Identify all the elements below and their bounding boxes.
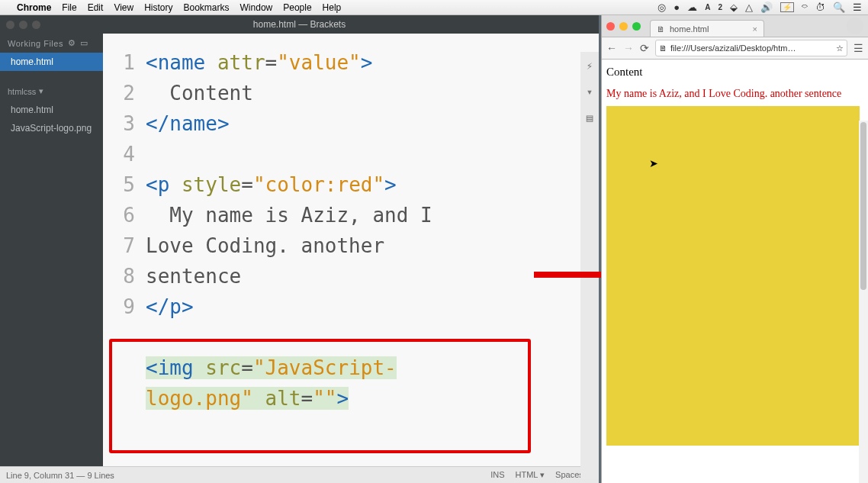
window-close-icon[interactable] bbox=[6, 21, 14, 29]
page-paragraph: My name is Aziz, and I Love Coding. anot… bbox=[606, 88, 863, 100]
dropbox-icon[interactable]: ⬙ bbox=[730, 2, 738, 13]
window-min-icon[interactable] bbox=[19, 21, 27, 29]
volume-icon[interactable]: 🔊 bbox=[760, 2, 773, 13]
url-text: file:///Users/azizali/Desktop/htm… bbox=[670, 43, 833, 53]
brackets-titlebar: home.html — Brackets bbox=[0, 15, 599, 34]
chrome-window: 🗎 home.html × ← → ⟳ 🗎 file:///Users/aziz… bbox=[601, 15, 868, 483]
drive-icon[interactable]: △ bbox=[745, 2, 753, 13]
status-bar: Line 9, Column 31 — 9 Lines INS HTML ▾ S… bbox=[0, 466, 599, 483]
dropdown-icon[interactable]: ▾ bbox=[587, 85, 593, 98]
code-editor[interactable]: 123456789 <name attr="value"> Content </… bbox=[103, 34, 599, 466]
list-icon[interactable]: ☰ bbox=[853, 2, 862, 13]
chrome-menu-icon[interactable]: ☰ bbox=[854, 42, 863, 54]
battery-icon[interactable]: ⚡ bbox=[780, 2, 794, 12]
line-gutter: 123456789 bbox=[103, 34, 141, 466]
browser-tab[interactable]: 🗎 home.html × bbox=[650, 20, 764, 37]
brackets-window: home.html — Brackets Working Files ⚙ ▭ h… bbox=[0, 15, 599, 483]
status-position: Line 9, Column 31 — 9 Lines bbox=[6, 471, 114, 480]
chevron-down-icon: ▾ bbox=[39, 86, 43, 96]
solid-circle-icon[interactable]: ● bbox=[674, 2, 680, 13]
cloud-icon[interactable]: ☁ bbox=[687, 2, 697, 13]
chrome-tabstrip: 🗎 home.html × bbox=[602, 15, 868, 37]
mac-menubar: Chrome File Edit View History Bookmarks … bbox=[0, 0, 868, 15]
bolt-icon[interactable]: ⚡ bbox=[587, 60, 593, 72]
clock-icon[interactable]: ⏱ bbox=[815, 2, 825, 13]
split-icon[interactable]: ▭ bbox=[80, 38, 88, 48]
window-min-icon[interactable] bbox=[619, 22, 628, 31]
page-content-text: Content bbox=[606, 66, 863, 79]
code-area[interactable]: <name attr="value"> Content </name> <p s… bbox=[141, 34, 599, 466]
gear-icon[interactable]: ⚙ bbox=[68, 38, 76, 48]
status-lang[interactable]: HTML ▾ bbox=[515, 470, 545, 480]
scrollbar-thumb[interactable] bbox=[860, 122, 866, 290]
address-bar[interactable]: 🗎 file:///Users/azizali/Desktop/htm… ☆ bbox=[655, 40, 847, 56]
working-files-header[interactable]: Working Files ⚙ ▭ bbox=[0, 34, 103, 53]
two-icon[interactable]: 2 bbox=[718, 3, 722, 11]
menu-history[interactable]: History bbox=[144, 2, 172, 13]
brackets-right-toolbar: ⚡ ▾ ▤ bbox=[580, 52, 599, 479]
ring-icon[interactable]: ◎ bbox=[657, 2, 666, 13]
forward-button[interactable]: → bbox=[623, 42, 634, 54]
brackets-sidebar: Working Files ⚙ ▭ home.html htmlcss▾ hom… bbox=[0, 34, 103, 466]
menu-help[interactable]: Help bbox=[323, 2, 342, 13]
menu-view[interactable]: View bbox=[114, 2, 133, 13]
scrollbar[interactable] bbox=[859, 121, 868, 483]
js-logo-image bbox=[606, 106, 860, 446]
back-button[interactable]: ← bbox=[606, 42, 617, 54]
plugin-icon[interactable]: ▤ bbox=[587, 111, 593, 124]
window-max-icon[interactable] bbox=[32, 21, 40, 29]
file-icon: 🗎 bbox=[657, 24, 665, 34]
menu-bookmarks[interactable]: Bookmarks bbox=[184, 2, 230, 13]
rendered-page: Content My name is Aziz, and I Love Codi… bbox=[602, 60, 868, 483]
close-tab-icon[interactable]: × bbox=[753, 24, 757, 34]
status-ins[interactable]: INS bbox=[490, 470, 504, 480]
project-dropdown[interactable]: htmlcss▾ bbox=[0, 82, 103, 101]
file-icon: 🗎 bbox=[659, 43, 667, 53]
adobe-icon[interactable]: A bbox=[705, 3, 710, 11]
working-file-item[interactable]: home.html bbox=[0, 53, 103, 71]
search-icon[interactable]: 🔍 bbox=[833, 2, 845, 13]
menu-people[interactable]: People bbox=[283, 2, 311, 13]
profile-avatar[interactable] bbox=[847, 18, 863, 34]
menu-edit[interactable]: Edit bbox=[88, 2, 104, 13]
menu-window[interactable]: Window bbox=[240, 2, 273, 13]
menu-app[interactable]: Chrome bbox=[17, 2, 51, 13]
window-close-icon[interactable] bbox=[606, 22, 615, 31]
project-file-item[interactable]: JavaScript-logo.png bbox=[0, 119, 103, 137]
wifi-icon[interactable]: ⌔ bbox=[802, 2, 808, 13]
mouse-cursor-icon: ➤ bbox=[649, 157, 658, 170]
project-file-item[interactable]: home.html bbox=[0, 101, 103, 119]
star-icon[interactable]: ☆ bbox=[836, 43, 844, 53]
chrome-toolbar: ← → ⟳ 🗎 file:///Users/azizali/Desktop/ht… bbox=[602, 37, 868, 60]
brackets-title: home.html — Brackets bbox=[253, 19, 346, 30]
tab-title: home.html bbox=[670, 24, 709, 34]
window-max-icon[interactable] bbox=[632, 22, 641, 31]
menu-file[interactable]: File bbox=[62, 2, 76, 13]
reload-button[interactable]: ⟳ bbox=[640, 42, 649, 54]
